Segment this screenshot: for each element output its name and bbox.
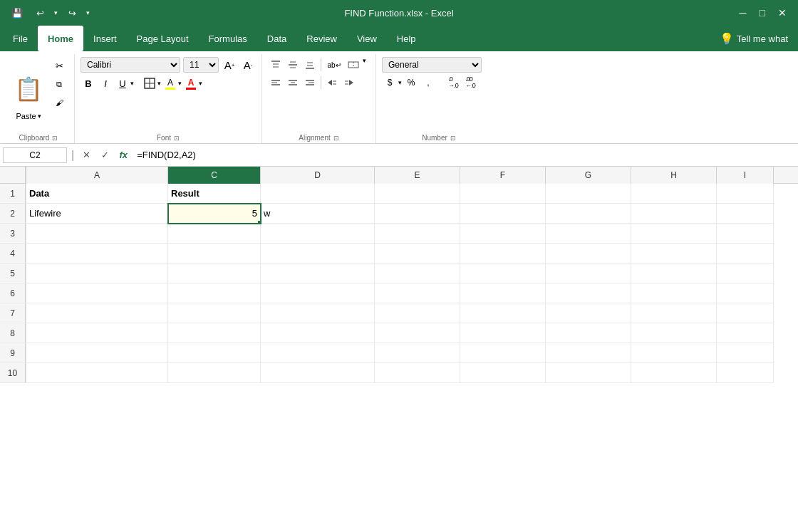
align-left-button[interactable] [268, 75, 284, 90]
cell-a6[interactable] [26, 283, 168, 303]
cell-f9[interactable] [460, 343, 546, 363]
close-button[interactable]: ✕ [775, 6, 789, 20]
cell-c10[interactable] [168, 363, 261, 383]
maximize-button[interactable]: □ [757, 6, 768, 20]
underline-dropdown[interactable]: ▾ [130, 80, 134, 87]
row-num-2[interactable]: 2 [0, 204, 26, 224]
row-num-1[interactable]: 1 [0, 184, 26, 204]
cell-c4[interactable] [168, 244, 261, 264]
align-center-button[interactable] [285, 75, 301, 90]
cell-c1[interactable]: Result [168, 184, 261, 204]
paste-dropdown[interactable]: ▾ [38, 113, 41, 120]
cell-d7[interactable] [261, 303, 375, 323]
cell-h4[interactable] [631, 244, 717, 264]
cell-a8[interactable] [26, 323, 168, 343]
cell-f10[interactable] [460, 363, 546, 383]
menu-insert[interactable]: Insert [83, 26, 127, 51]
cell-h10[interactable] [631, 363, 717, 383]
cell-i4[interactable] [717, 244, 774, 264]
cell-i10[interactable] [717, 363, 774, 383]
wrap-text-button[interactable]: ab↵ [324, 57, 344, 73]
undo-button[interactable]: ↩ [31, 4, 48, 21]
cell-a1[interactable]: Data [26, 184, 168, 204]
cell-g3[interactable] [546, 224, 631, 244]
cell-f4[interactable] [460, 244, 546, 264]
menu-data[interactable]: Data [257, 26, 296, 51]
cell-d9[interactable] [261, 343, 375, 363]
cell-h1[interactable] [631, 184, 717, 204]
name-box[interactable] [3, 147, 67, 163]
row-num-9[interactable]: 9 [0, 343, 26, 363]
cell-g10[interactable] [546, 363, 631, 383]
cell-a5[interactable] [26, 264, 168, 283]
cell-e8[interactable] [375, 323, 460, 343]
cell-a7[interactable] [26, 303, 168, 323]
cell-h5[interactable] [631, 264, 717, 283]
paste-button[interactable]: 📋 Paste ▾ [9, 57, 48, 131]
cell-e6[interactable] [375, 283, 460, 303]
number-format-select[interactable]: General Number Currency Short Date Long … [382, 57, 482, 73]
minimize-button[interactable]: ─ [737, 6, 750, 20]
menu-view[interactable]: View [347, 26, 387, 51]
cell-g5[interactable] [546, 264, 631, 283]
cell-c2[interactable]: 5 [168, 204, 261, 224]
cell-i3[interactable] [717, 224, 774, 244]
cell-c9[interactable] [168, 343, 261, 363]
fill-dropdown[interactable]: ▾ [178, 80, 182, 87]
menu-review[interactable]: Review [296, 26, 347, 51]
cell-a4[interactable] [26, 244, 168, 264]
alignment-expand[interactable]: ⊡ [333, 135, 339, 142]
align-middle-button[interactable] [285, 57, 301, 73]
cell-f6[interactable] [460, 283, 546, 303]
cell-e3[interactable] [375, 224, 460, 244]
cell-g2[interactable] [546, 204, 631, 224]
cell-g6[interactable] [546, 283, 631, 303]
cell-d3[interactable] [261, 224, 375, 244]
cell-e5[interactable] [375, 264, 460, 283]
currency-dropdown[interactable]: ▾ [398, 79, 402, 86]
underline-button[interactable]: U [115, 75, 130, 91]
decrease-indent-button[interactable] [324, 75, 340, 90]
fill-color-button[interactable]: A [162, 75, 178, 91]
cell-c3[interactable] [168, 224, 261, 244]
cell-g9[interactable] [546, 343, 631, 363]
cell-d5[interactable] [261, 264, 375, 283]
clipboard-expand[interactable]: ⊡ [52, 135, 58, 142]
cell-d2[interactable]: w [261, 204, 375, 224]
cell-a2[interactable]: Lifewire [26, 204, 168, 224]
font-shrink-button[interactable]: A- [240, 57, 256, 73]
merge-dropdown[interactable]: ▾ [363, 57, 366, 73]
font-color-button[interactable]: A [183, 75, 199, 91]
cell-i2[interactable] [717, 204, 774, 224]
col-header-i[interactable]: I [717, 167, 774, 184]
font-family-select[interactable]: Calibri [81, 57, 180, 73]
borders-dropdown[interactable]: ▾ [157, 80, 161, 87]
cell-g7[interactable] [546, 303, 631, 323]
quick-access-dropdown[interactable]: ▾ [86, 9, 90, 16]
cell-i7[interactable] [717, 303, 774, 323]
undo-dropdown[interactable]: ▾ [54, 9, 58, 16]
cell-d6[interactable] [261, 283, 375, 303]
row-num-6[interactable]: 6 [0, 283, 26, 303]
increase-decimal-button[interactable]: .00 ←.0 [462, 75, 478, 90]
cell-g8[interactable] [546, 323, 631, 343]
cell-c5[interactable] [168, 264, 261, 283]
font-grow-button[interactable]: A+ [222, 57, 237, 73]
row-num-7[interactable]: 7 [0, 303, 26, 323]
cell-e2[interactable] [375, 204, 460, 224]
cell-f1[interactable] [460, 184, 546, 204]
cell-f2[interactable] [460, 204, 546, 224]
bold-button[interactable]: B [81, 75, 96, 91]
col-header-f[interactable]: F [460, 167, 546, 184]
cell-d10[interactable] [261, 363, 375, 383]
italic-button[interactable]: I [98, 75, 113, 91]
cell-f7[interactable] [460, 303, 546, 323]
row-num-8[interactable]: 8 [0, 323, 26, 343]
format-painter-button[interactable]: 🖌 [50, 94, 68, 111]
cancel-formula-button[interactable]: ✕ [78, 147, 94, 163]
cell-f3[interactable] [460, 224, 546, 244]
percent-button[interactable]: % [403, 75, 419, 90]
cell-h8[interactable] [631, 323, 717, 343]
save-button[interactable]: 💾 [9, 4, 26, 21]
cell-d8[interactable] [261, 323, 375, 343]
